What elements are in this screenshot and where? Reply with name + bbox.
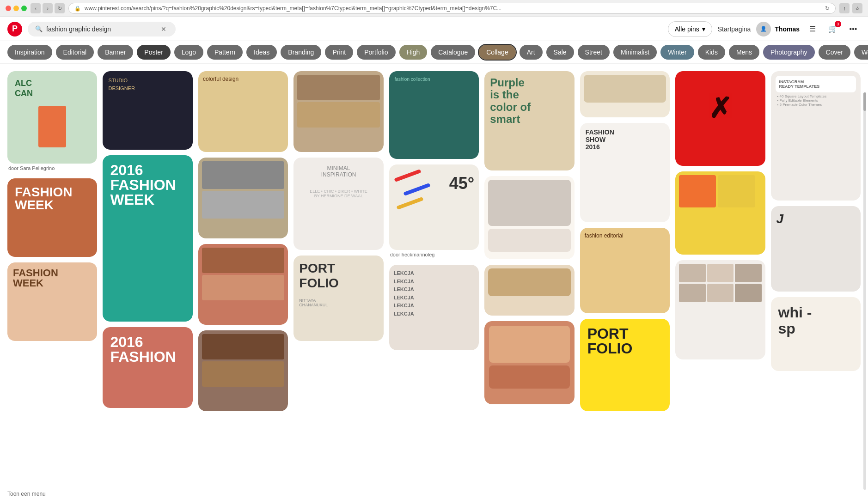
search-icon: 🔍 <box>35 25 43 32</box>
pin-card[interactable]: 2016FASHION <box>103 327 192 408</box>
browser-dots <box>6 6 27 11</box>
pins-grid: ALCCANdoor Sara PellegrinoFASHIONWEEKFAS… <box>0 64 868 419</box>
pin-card[interactable]: FASHIONWEEK <box>7 262 97 341</box>
category-pill-logo[interactable]: Logo <box>174 45 203 60</box>
category-pill-inspiration[interactable]: Inspiration <box>7 45 52 60</box>
pin-card[interactable]: PORTFOLIO <box>580 319 670 411</box>
pin-card[interactable]: 2016FASHIONWEEK <box>103 155 192 322</box>
pin-card[interactable] <box>580 71 670 117</box>
pin-card-whi[interactable]: whi -sp <box>771 297 861 371</box>
back-button[interactable]: ‹ <box>31 3 41 13</box>
alle-pins-button[interactable]: Alle pins ▾ <box>668 21 712 37</box>
username-label: Thomas <box>775 25 800 33</box>
category-pill-winter[interactable]: Winter <box>660 45 694 60</box>
pin-card[interactable]: colorful design <box>198 71 288 152</box>
share-icon[interactable]: ↑ <box>839 3 850 13</box>
pin-card[interactable] <box>198 158 288 238</box>
user-area: 👤 Thomas <box>756 22 800 37</box>
bottom-bar: Toon een menu <box>0 489 868 499</box>
scroll-thumb[interactable] <box>863 92 866 111</box>
pinterest-logo[interactable]: P <box>7 22 22 37</box>
lock-icon: 🔒 <box>74 6 81 12</box>
masonry-grid: ALCCANdoor Sara PellegrinoFASHIONWEEKFAS… <box>7 71 861 411</box>
category-pill-ideas[interactable]: Ideas <box>246 45 277 60</box>
pin-card[interactable]: fashion editorial <box>580 228 670 313</box>
browser-nav-buttons: ‹ › ↻ <box>31 3 65 13</box>
pin-card[interactable]: ✗ <box>675 71 765 166</box>
address-text: www.pinterest.com/search/pins/?q=fashion… <box>85 5 821 12</box>
category-pill-art[interactable]: Art <box>520 45 543 60</box>
close-dot[interactable] <box>6 6 11 11</box>
browser-chrome: ‹ › ↻ 🔒 www.pinterest.com/search/pins/?q… <box>0 0 868 17</box>
avatar[interactable]: 👤 <box>756 22 771 37</box>
category-pill-street[interactable]: Street <box>578 45 610 60</box>
notification-badge: 3 <box>835 21 841 27</box>
category-pill-print[interactable]: Print <box>325 45 353 60</box>
category-pill-branding[interactable]: Branding <box>281 45 321 60</box>
refresh-button[interactable]: ↻ <box>55 3 65 13</box>
pin-card[interactable]: PORTFOLIONITTAYACHANANUKUL <box>293 256 383 341</box>
browser-toolbar-icons: ↑ ☆ <box>839 3 862 13</box>
search-input[interactable] <box>46 25 157 33</box>
category-pill-catalogue[interactable]: Catalogue <box>431 45 475 60</box>
pin-card[interactable]: LEKCJALEKCJALEKCJALEKCJALEKCJALEKCJA <box>389 265 479 350</box>
pin-card[interactable]: STUDIODESIGNER <box>103 71 192 150</box>
search-bar[interactable]: 🔍 ✕ <box>28 22 176 37</box>
forward-button[interactable]: › <box>43 3 53 13</box>
category-pill-cover[interactable]: Cover <box>819 45 850 60</box>
more-options-icon[interactable]: ••• <box>846 22 861 37</box>
category-pill-portfolio[interactable]: Portfolio <box>357 45 395 60</box>
pin-card[interactable]: FASHIONWEEK <box>7 178 97 257</box>
pin-card[interactable]: fashion collection <box>389 71 479 159</box>
browser-titlebar: ‹ › ↻ 🔒 www.pinterest.com/search/pins/?q… <box>0 0 868 17</box>
scrollbar[interactable] <box>863 92 866 490</box>
reload-icon[interactable]: ↻ <box>825 5 830 12</box>
pinterest-header: P 🔍 ✕ Alle pins ▾ Startpagina 👤 Thomas ☰… <box>0 17 868 41</box>
pin-card[interactable] <box>675 171 765 255</box>
category-pill-pattern[interactable]: Pattern <box>207 45 243 60</box>
pin-card[interactable] <box>484 176 574 259</box>
pin-attribution: door Sara Pellegrino <box>7 164 97 173</box>
pin-card[interactable]: INSTAGRAMREADY TEMPLATES• 40 Square Layo… <box>771 71 861 201</box>
pin-card[interactable]: Purpleis thecolor ofsmart <box>484 71 574 170</box>
category-pill-kids[interactable]: Kids <box>698 45 725 60</box>
category-bar: InspirationEditorialBannerPosterLogoPatt… <box>0 41 868 64</box>
pin-card[interactable] <box>198 244 288 325</box>
pin-card[interactable]: ALCCANdoor Sara Pellegrino <box>7 71 97 173</box>
pin-card[interactable] <box>484 321 574 404</box>
menu-icon[interactable]: ☰ <box>805 22 820 37</box>
category-pill-photography[interactable]: Photography <box>763 45 814 60</box>
category-pill-editorial[interactable]: Editorial <box>56 45 94 60</box>
pin-card[interactable]: FASHIONSHOW2016 <box>580 123 670 222</box>
category-pill-web[interactable]: Web <box>854 45 868 60</box>
chevron-down-icon: ▾ <box>702 25 705 33</box>
bookmark-icon[interactable]: ☆ <box>852 3 862 13</box>
clear-search-icon[interactable]: ✕ <box>161 25 166 33</box>
category-pill-minimalist[interactable]: Minimalist <box>613 45 657 60</box>
pinterest-app: P 🔍 ✕ Alle pins ▾ Startpagina 👤 Thomas ☰… <box>0 17 868 479</box>
pin-card[interactable] <box>198 330 288 411</box>
alle-pins-label: Alle pins <box>675 25 699 33</box>
category-pill-sale[interactable]: Sale <box>546 45 574 60</box>
pin-card[interactable]: 45°door heckmannoleg <box>389 164 479 259</box>
header-right: Alle pins ▾ Startpagina 👤 Thomas ☰ 🛒 3 •… <box>668 21 861 37</box>
category-pill-poster[interactable]: Poster <box>137 45 170 60</box>
pin-card[interactable]: MINIMALINSPIRATIONELLE • CHIC • BIKER • … <box>293 158 383 250</box>
startpagina-link[interactable]: Startpagina <box>718 25 751 33</box>
category-pill-high[interactable]: High <box>399 45 428 60</box>
minimize-dot[interactable] <box>13 6 19 11</box>
pin-card[interactable]: J <box>771 206 861 292</box>
category-pill-banner[interactable]: Banner <box>98 45 133 60</box>
category-pill-collage[interactable]: Collage <box>479 45 515 60</box>
cart-button[interactable]: 🛒 3 <box>825 22 840 37</box>
address-bar[interactable]: 🔒 www.pinterest.com/search/pins/?q=fashi… <box>68 3 836 14</box>
pin-card[interactable] <box>484 265 574 316</box>
pin-attribution: door heckmannoleg <box>389 250 479 259</box>
bottom-bar-label: Toon een menu <box>7 491 46 497</box>
category-pill-mens[interactable]: Mens <box>729 45 759 60</box>
maximize-dot[interactable] <box>21 6 27 11</box>
pin-card[interactable] <box>293 71 383 152</box>
pin-card[interactable] <box>675 260 765 359</box>
